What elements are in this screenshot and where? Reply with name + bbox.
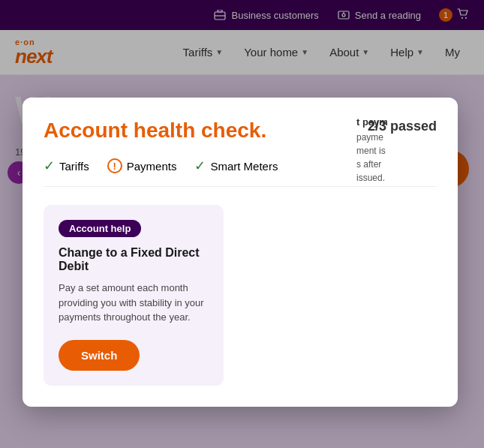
tariffs-check-icon: ✓ bbox=[44, 158, 55, 174]
payments-warning-icon: ! bbox=[107, 158, 122, 173]
check-smart-meters: ✓ Smart Meters bbox=[194, 158, 278, 174]
right-payment-info: t paym payme ment is s after issued. bbox=[356, 116, 461, 185]
smart-meters-check-label: Smart Meters bbox=[210, 160, 278, 173]
account-help-card: Account help Change to a Fixed Direct De… bbox=[44, 205, 224, 386]
account-help-badge: Account help bbox=[59, 220, 141, 237]
smart-meters-check-icon: ✓ bbox=[194, 158, 206, 174]
card-title: Change to a Fixed Direct Debit bbox=[59, 246, 209, 273]
card-description: Pay a set amount each month providing yo… bbox=[59, 281, 209, 325]
switch-button[interactable]: Switch bbox=[59, 340, 140, 371]
tariffs-check-label: Tariffs bbox=[59, 160, 89, 173]
right-payment-title: t paym bbox=[356, 116, 461, 128]
check-tariffs: ✓ Tariffs bbox=[44, 158, 89, 174]
right-payment-body: payme ment is s after issued. bbox=[356, 131, 461, 185]
modal-title: Account health check. bbox=[44, 119, 266, 143]
check-payments: ! Payments bbox=[107, 158, 177, 173]
payments-check-label: Payments bbox=[127, 160, 177, 173]
